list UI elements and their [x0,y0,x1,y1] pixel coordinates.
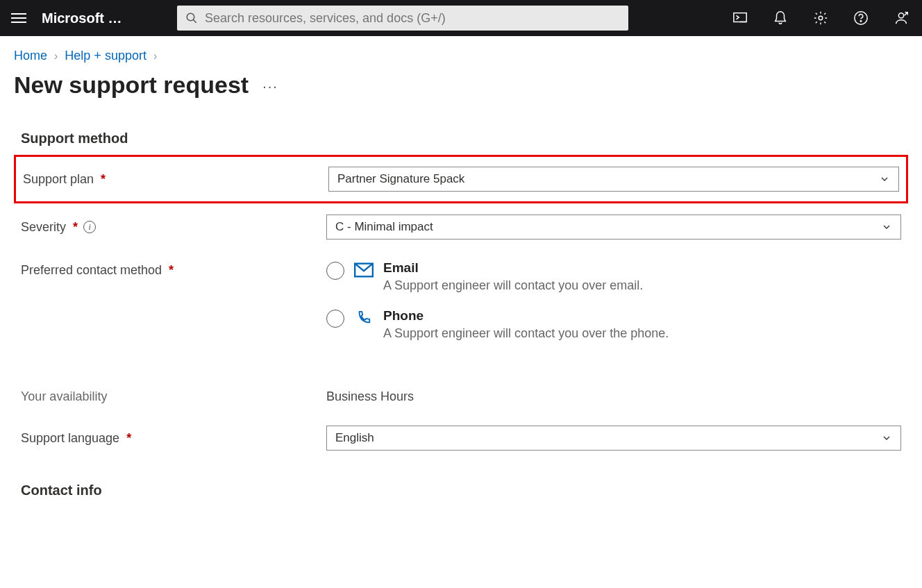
support-plan-dropdown[interactable]: Partner Signature 5pack [328,167,899,192]
contact-option-email[interactable]: Email A Support engineer will contact yo… [326,260,901,293]
chevron-down-icon [881,221,892,233]
top-bar: Microsoft … [0,0,922,36]
menu-button[interactable] [11,8,32,28]
cloud-shell-icon[interactable] [732,10,748,26]
support-plan-value: Partner Signature 5pack [337,172,464,186]
phone-title: Phone [383,308,424,323]
chevron-down-icon [879,174,890,185]
support-language-value: English [335,431,374,445]
radio-email[interactable] [326,262,344,280]
svg-point-7 [898,13,903,18]
severity-label: Severity* i [21,220,326,235]
preferred-contact-label: Preferred contact method* [21,260,326,278]
section-support-method: Support method [14,131,908,146]
svg-line-1 [193,19,196,23]
phone-desc: A Support engineer will contact you over… [383,326,669,341]
svg-point-6 [860,21,861,22]
availability-label: Your availability [21,389,326,404]
brand-label: Microsoft … [42,10,156,26]
breadcrumb: Home › Help + support › [14,49,908,63]
more-actions-button[interactable]: ··· [262,78,278,94]
chevron-down-icon [881,432,892,444]
search-input[interactable] [205,11,620,26]
chevron-right-icon: › [54,50,58,62]
page-title: New support request [14,72,249,99]
email-icon [354,262,374,278]
global-search[interactable] [177,6,628,31]
email-desc: A Support engineer will contact you over… [383,278,643,293]
support-plan-label: Support plan* [23,172,328,187]
topbar-actions [732,10,910,26]
settings-icon[interactable] [812,10,829,26]
severity-value: C - Minimal impact [335,220,433,234]
info-icon[interactable]: i [83,221,96,233]
section-contact-info: Contact info [14,482,908,498]
support-plan-highlight: Support plan* Partner Signature 5pack [14,155,908,203]
notifications-icon[interactable] [772,10,789,26]
availability-value: Business Hours [326,389,414,404]
radio-phone[interactable] [326,310,344,328]
svg-point-0 [187,13,194,21]
severity-dropdown[interactable]: C - Minimal impact [326,215,901,240]
chevron-right-icon: › [153,50,157,62]
breadcrumb-help-support[interactable]: Help + support [65,49,146,63]
email-title: Email [383,260,419,275]
contact-option-phone[interactable]: Phone A Support engineer will contact yo… [326,308,901,341]
help-icon[interactable] [853,10,869,26]
feedback-icon[interactable] [893,10,910,26]
svg-point-4 [819,16,823,20]
search-icon [185,12,198,24]
phone-icon [354,310,374,326]
support-language-label: Support language* [21,431,326,446]
breadcrumb-home[interactable]: Home [14,49,47,63]
support-language-dropdown[interactable]: English [326,426,901,451]
svg-rect-2 [734,13,746,22]
